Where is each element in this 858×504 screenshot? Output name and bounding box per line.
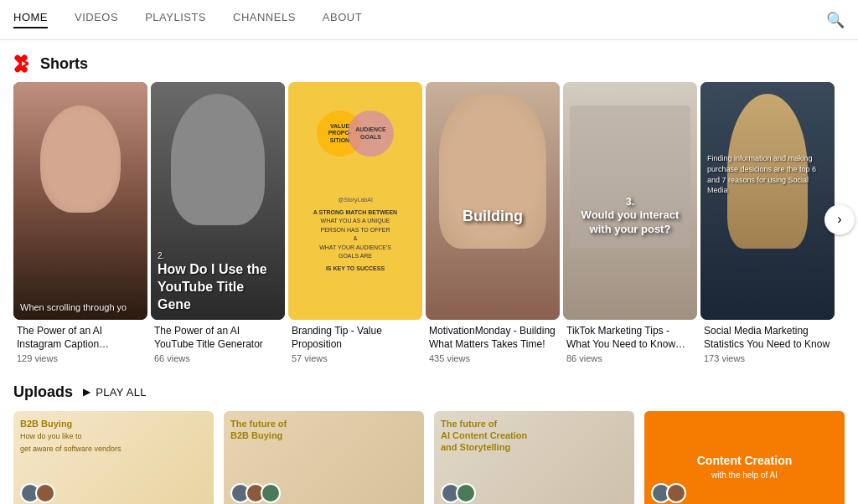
short-overlay-6: Finding information and making purchase … xyxy=(707,153,828,195)
short-meta-5: TikTok Marketing Tips - What You Need to… xyxy=(563,320,697,363)
short-views-6: 173 views xyxy=(704,353,831,363)
play-all-icon: ▶ xyxy=(83,386,90,398)
nav-bar: HOME VIDEOS PLAYLISTS CHANNELS ABOUT 🔍 xyxy=(0,0,858,40)
short-meta-2: The Power of an AI YouTube Title Generat… xyxy=(151,320,285,363)
play-all-label: PLAY ALL xyxy=(96,386,146,399)
avatar-3b xyxy=(456,483,476,503)
short-title-2: The Power of an AI YouTube Title Generat… xyxy=(154,325,282,351)
short-title-3: Branding Tip - Value Proposition xyxy=(292,325,419,351)
short-thumb-6: Finding information and making purchase … xyxy=(700,82,835,320)
short-views-4: 435 views xyxy=(429,353,556,363)
short-thumb-2: 2. How Do I Use the YouTube Title Gene xyxy=(151,82,285,320)
short-overlay-4: Building xyxy=(426,208,560,225)
short-meta-4: MotivationMonday - Building What Matters… xyxy=(426,320,560,363)
upload-avatars-1 xyxy=(20,483,50,503)
nav-home[interactable]: HOME xyxy=(13,11,48,28)
shorts-title: Shorts xyxy=(40,55,88,73)
nav-playlists[interactable]: PLAYLISTS xyxy=(145,11,206,28)
upload-item-2[interactable]: The future ofB2B Buying 43:51 The Future… xyxy=(224,411,424,504)
short-title-4: MotivationMonday - Building What Matters… xyxy=(429,325,556,351)
short-overlay-2: 2. How Do I Use the YouTube Title Gene xyxy=(158,249,278,314)
short-item-6[interactable]: Finding information and making purchase … xyxy=(700,82,835,363)
upload-thumb-4-text: Content Creationwith the help of AI xyxy=(697,454,793,481)
nav-about[interactable]: ABOUT xyxy=(323,11,362,28)
upload-thumb-1: B2B BuyingHow do you like toget aware of… xyxy=(13,411,214,504)
upload-avatars-2 xyxy=(230,483,276,503)
shorts-icon xyxy=(13,54,34,74)
avatar-4b xyxy=(666,483,686,503)
search-icon[interactable]: 🔍 xyxy=(826,11,845,29)
short-item-2[interactable]: 2. How Do I Use the YouTube Title Gene T… xyxy=(151,82,285,363)
nav-videos[interactable]: VIDEOS xyxy=(75,11,118,28)
short-overlay-1: When scrolling through yo xyxy=(20,301,141,313)
nav-channels[interactable]: CHANNELS xyxy=(233,11,296,28)
short-item-1[interactable]: When scrolling through yo The Power of a… xyxy=(13,82,147,363)
short-item-3[interactable]: VALUEPROPO-SITION AUDIENCEGOALS @StoryLa… xyxy=(288,82,422,363)
short-title-1: The Power of an AI Instagram Caption Gen… xyxy=(17,325,144,351)
shorts-header: Shorts xyxy=(0,40,858,82)
uploads-header: Uploads ▶ PLAY ALL xyxy=(0,363,858,411)
upload-item-1[interactable]: B2B BuyingHow do you like toget aware of… xyxy=(13,411,214,504)
short-thumb-1: When scrolling through yo xyxy=(13,82,147,320)
play-all-button[interactable]: ▶ PLAY ALL xyxy=(83,386,147,399)
short-thumb-5: 3. Would you interact with your post? xyxy=(563,82,697,320)
upload-thumb-1-text: B2B BuyingHow do you like toget aware of… xyxy=(20,418,207,455)
short-meta-6: Social Media Marketing Statistics You Ne… xyxy=(700,320,835,363)
upload-thumb-3-text: The future ofAI Content Creationand Stor… xyxy=(441,418,628,454)
short-item-4[interactable]: Building MotivationMonday - Building Wha… xyxy=(426,82,560,363)
uploads-grid: B2B BuyingHow do you like toget aware of… xyxy=(0,411,858,504)
carousel-next-button[interactable]: › xyxy=(824,204,855,234)
short-title-6: Social Media Marketing Statistics You Ne… xyxy=(704,325,831,351)
short-views-2: 66 views xyxy=(154,353,282,363)
short-title-5: TikTok Marketing Tips - What You Need to… xyxy=(566,325,694,351)
upload-thumb-2: The future ofB2B Buying 43:51 xyxy=(224,411,424,504)
upload-thumb-3: The future ofAI Content Creationand Stor… xyxy=(434,411,634,504)
short-views-5: 86 views xyxy=(566,353,694,363)
upload-thumb-4: Content Creationwith the help of AI 17:1… xyxy=(644,411,845,504)
short-thumb-4: Building xyxy=(426,82,560,320)
short-item-5[interactable]: 3. Would you interact with your post? Ti… xyxy=(563,82,697,363)
upload-item-4[interactable]: Content Creationwith the help of AI 17:1… xyxy=(644,411,845,504)
uploads-title: Uploads xyxy=(13,383,73,401)
short-thumb-3: VALUEPROPO-SITION AUDIENCEGOALS @StoryLa… xyxy=(288,82,422,320)
upload-avatars-3 xyxy=(441,483,471,503)
shorts-carousel: When scrolling through yo The Power of a… xyxy=(0,82,858,363)
upload-avatars-4 xyxy=(651,483,681,503)
short-overlay-5: 3. Would you interact with your post? xyxy=(563,196,697,237)
short-views-3: 57 views xyxy=(292,353,419,363)
short-views-1: 129 views xyxy=(17,353,144,363)
upload-item-3[interactable]: The future ofAI Content Creationand Stor… xyxy=(434,411,634,504)
avatar-2c xyxy=(261,483,281,503)
upload-thumb-2-text: The future ofB2B Buying xyxy=(230,418,417,442)
short-meta-1: The Power of an AI Instagram Caption Gen… xyxy=(13,320,147,363)
short-meta-3: Branding Tip - Value Proposition 57 view… xyxy=(288,320,422,363)
avatar-1b xyxy=(35,483,55,503)
